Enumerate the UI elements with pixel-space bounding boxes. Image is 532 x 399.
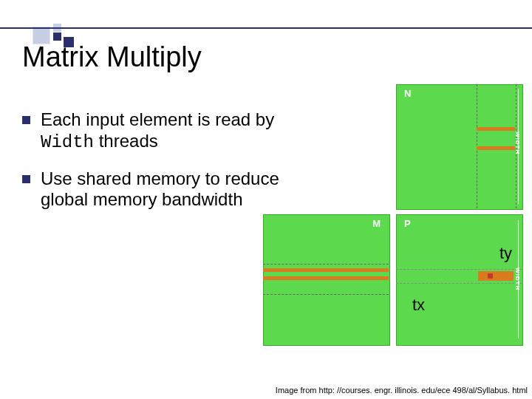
n-band <box>477 127 515 131</box>
p-output-tile <box>478 271 514 281</box>
n-band <box>477 146 515 150</box>
label-ty: ty <box>499 244 512 263</box>
p-output-element <box>488 273 493 279</box>
m-band <box>263 276 389 280</box>
bullet-icon <box>22 175 30 183</box>
inline-code: Width <box>41 132 94 152</box>
image-credit: Image from http: //courses. engr. illino… <box>276 386 528 395</box>
label-tx: tx <box>412 296 425 315</box>
bullet-text-b: threads <box>94 131 158 151</box>
bullet-text-a: Each input element is read by <box>41 109 274 129</box>
width-label-vert: WIDTH <box>514 132 521 154</box>
width-label: WIDTH <box>312 344 334 352</box>
matmul-diagram: N WIDTH M P WIDTH ty tx WIDTH WIDTH <box>259 84 532 376</box>
width-label: WIDTH <box>445 344 467 352</box>
m-band <box>263 268 389 272</box>
decor-square <box>53 33 61 41</box>
matrix-label-p: P <box>404 218 411 229</box>
matrix-label-m: M <box>372 218 381 229</box>
matrix-label-n: N <box>404 88 411 99</box>
slide-title: Matrix Multiply <box>22 41 202 73</box>
bullet-icon <box>22 116 30 124</box>
decor-rule <box>0 27 532 29</box>
width-label-vert: WIDTH <box>514 267 521 290</box>
